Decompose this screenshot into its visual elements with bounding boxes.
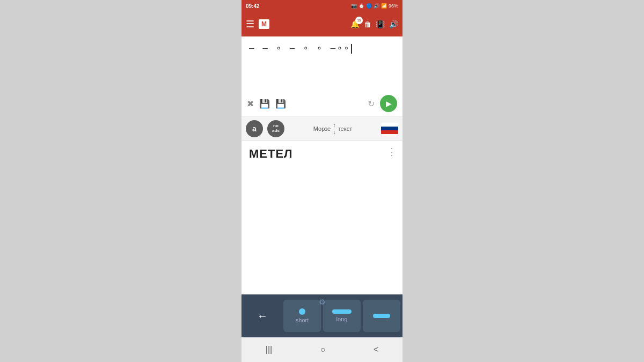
clear-icon[interactable]: ✖ — [247, 99, 254, 109]
app-bar: ☰ M 🔔 15 🗑 📳 🔊 — [241, 12, 402, 36]
arrow-down-icon: ↓ — [333, 129, 336, 135]
flag-white-stripe — [381, 123, 398, 127]
morse-toolbar-right: ↻ ▶ — [368, 95, 397, 112]
app-title: M — [259, 19, 269, 29]
morse-text: — — ∘ — ∘ ∘ —∘∘ — [249, 43, 395, 54]
arrow-up-icon: ↑ — [333, 122, 336, 128]
short-dot-icon — [299, 308, 305, 315]
app-bar-right: 🔔 15 🗑 📳 🔊 — [350, 20, 398, 28]
notifications-icon[interactable]: 🔔 15 — [350, 20, 360, 28]
save2-icon[interactable]: 💾 — [275, 99, 286, 109]
morse-label: Морзе — [313, 125, 331, 132]
nav-menu-icon[interactable]: ||| — [266, 345, 272, 354]
morse-display: — — ∘ — ∘ ∘ —∘∘ ✖ 💾 💾 ↻ ▶ — [241, 36, 402, 117]
status-alarm-icon: ⏰ — [358, 3, 364, 9]
space-button[interactable] — [363, 300, 400, 332]
language-flag[interactable] — [381, 123, 398, 135]
space-icon — [373, 314, 390, 318]
nav-bar: ||| ○ < — [241, 337, 402, 362]
status-signal-icon: 📶 — [381, 3, 387, 9]
morse-toolbar: ✖ 💾 💾 ↻ ▶ — [247, 95, 397, 112]
mode-switcher: a noads Морзе ↑ ↓ текст — [241, 117, 402, 141]
long-dash-icon — [332, 309, 352, 314]
text-cursor — [351, 44, 352, 54]
overflow-menu-icon[interactable]: ⋮ — [387, 146, 397, 158]
bottom-keyboard: ⚙ ← short long — [241, 294, 402, 337]
status-icons: 📷 ⏰ 🔵 🔊 📶 96% — [351, 3, 398, 9]
status-bluetooth-icon: 🔵 — [366, 3, 372, 9]
trash-icon[interactable]: 🗑 — [364, 20, 371, 28]
mode-arrow-area: Морзе ↑ ↓ текст — [289, 122, 377, 135]
back-arrow-icon: ← — [257, 310, 268, 322]
app-bar-left: ☰ M — [246, 18, 269, 30]
long-button[interactable]: long — [323, 300, 361, 332]
morse-content: — — ∘ — ∘ ∘ —∘∘ — [249, 43, 351, 53]
text-label: текст — [338, 125, 353, 132]
gear-icon[interactable]: ⚙ — [319, 298, 326, 306]
morse-toolbar-left: ✖ 💾 💾 — [247, 99, 286, 109]
status-time: 09:42 — [246, 3, 260, 9]
status-battery: 96% — [389, 3, 398, 9]
text-output-area: МЕТЕЛ ⋮ — [241, 141, 402, 294]
refresh-icon[interactable]: ↻ — [368, 99, 375, 109]
flag-blue-stripe — [381, 127, 398, 130]
nav-home-icon[interactable]: ○ — [320, 345, 326, 354]
status-bar: 09:42 📷 ⏰ 🔵 🔊 📶 96% — [241, 0, 402, 12]
volume-icon[interactable]: 🔊 — [389, 20, 398, 28]
mode-num-button[interactable]: noads — [267, 120, 284, 137]
long-label: long — [336, 316, 348, 322]
status-notification-icon: 📷 — [351, 3, 357, 9]
flag-red-stripe — [381, 130, 398, 134]
notification-badge-top: 15 — [355, 17, 363, 24]
short-button[interactable]: short — [283, 300, 321, 332]
status-volume-icon: 🔊 — [374, 3, 379, 9]
decoded-text: МЕТЕЛ — [249, 147, 293, 160]
short-label: short — [296, 317, 309, 323]
hamburger-icon[interactable]: ☰ — [246, 18, 254, 30]
mode-alpha-button[interactable]: a — [246, 120, 263, 137]
backspace-button[interactable]: ← — [244, 300, 281, 332]
play-button[interactable]: ▶ — [380, 95, 397, 112]
nav-back-icon[interactable]: < — [374, 345, 378, 354]
save1-icon[interactable]: 💾 — [259, 99, 270, 109]
vibrate-icon[interactable]: 📳 — [376, 20, 385, 28]
